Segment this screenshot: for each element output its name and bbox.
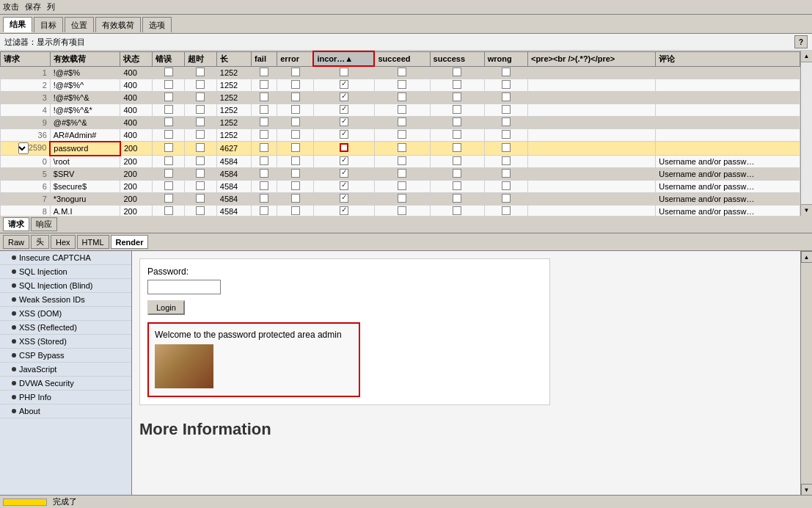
checkbox[interactable] xyxy=(291,117,300,126)
incor-checkbox[interactable] xyxy=(340,92,348,101)
checkbox[interactable] xyxy=(398,117,406,126)
incor-cell[interactable] xyxy=(313,79,374,92)
checkbox[interactable] xyxy=(502,143,511,152)
tab-position[interactable]: 位置 xyxy=(65,17,94,32)
incor-checkbox[interactable] xyxy=(340,156,348,165)
checkbox[interactable] xyxy=(196,206,205,215)
checkbox[interactable] xyxy=(502,169,511,178)
checkbox[interactable] xyxy=(164,105,173,114)
checkbox[interactable] xyxy=(291,80,300,89)
checkbox[interactable] xyxy=(453,68,461,76)
checkbox[interactable] xyxy=(398,92,406,101)
checkbox[interactable] xyxy=(502,117,511,126)
checkbox[interactable] xyxy=(260,80,268,89)
checkbox[interactable] xyxy=(260,194,268,203)
password-input[interactable] xyxy=(147,280,221,294)
incor-cell[interactable] xyxy=(313,129,374,142)
nav-item-xss-stored[interactable]: XSS (Stored) xyxy=(0,335,131,349)
checkbox[interactable] xyxy=(164,92,173,101)
checkbox[interactable] xyxy=(453,80,461,89)
checkbox[interactable] xyxy=(260,206,268,215)
col-pre[interactable]: <pre><br />(.*?)</pre> xyxy=(527,51,655,66)
incor-checkbox[interactable] xyxy=(340,130,348,139)
scroll-down-arrow[interactable]: ▼ xyxy=(801,204,812,216)
nav-item-weak-session[interactable]: Weak Session IDs xyxy=(0,293,131,307)
incor-checkbox[interactable] xyxy=(340,206,348,215)
checkbox[interactable] xyxy=(453,130,461,139)
checkbox[interactable] xyxy=(164,68,173,76)
help-button[interactable]: ? xyxy=(794,35,808,48)
checkbox[interactable] xyxy=(196,68,205,76)
incor-cell[interactable] xyxy=(313,92,374,104)
incor-cell[interactable] xyxy=(313,181,374,193)
incor-checkbox[interactable] xyxy=(340,194,348,203)
incor-cell[interactable] xyxy=(313,66,374,79)
checkbox[interactable] xyxy=(398,194,406,203)
checkbox[interactable] xyxy=(291,143,300,152)
tab-head[interactable]: 头 xyxy=(31,235,49,249)
col-status[interactable]: 状态 xyxy=(120,51,153,66)
checkbox[interactable] xyxy=(196,194,205,203)
checkbox[interactable] xyxy=(502,194,511,203)
scroll-up-arrow[interactable]: ▲ xyxy=(801,51,812,62)
checkbox[interactable] xyxy=(502,105,511,114)
checkbox[interactable] xyxy=(291,130,300,139)
checkbox[interactable] xyxy=(164,169,173,178)
checkbox[interactable] xyxy=(291,68,300,76)
checkbox[interactable] xyxy=(453,92,461,101)
checkbox[interactable] xyxy=(164,156,173,165)
checkbox[interactable] xyxy=(196,169,205,178)
checkbox[interactable] xyxy=(196,92,205,101)
scroll-down-right[interactable]: ▼ xyxy=(801,484,813,496)
tab-options[interactable]: 选项 xyxy=(142,17,172,32)
col-success[interactable]: success xyxy=(430,51,484,66)
nav-item-xss-reflected[interactable]: XSS (Reflected) xyxy=(0,321,131,335)
checkbox[interactable] xyxy=(291,156,300,165)
checkbox[interactable] xyxy=(260,130,268,139)
checkbox[interactable] xyxy=(398,143,406,152)
checkbox[interactable] xyxy=(291,92,300,101)
nav-item-sql-injection[interactable]: SQL Injection xyxy=(0,265,131,279)
checkbox[interactable] xyxy=(398,169,406,178)
checkbox[interactable] xyxy=(164,206,173,215)
col-fail[interactable]: fail xyxy=(252,51,277,66)
tab-render[interactable]: Render xyxy=(111,235,149,249)
checkbox[interactable] xyxy=(453,206,461,215)
incor-cell[interactable] xyxy=(313,117,374,129)
incor-checkbox[interactable] xyxy=(340,80,348,89)
checkbox[interactable] xyxy=(291,181,300,190)
checkbox[interactable] xyxy=(260,92,268,101)
tab-raw[interactable]: Raw xyxy=(3,235,29,249)
checkbox[interactable] xyxy=(502,130,511,139)
login-button[interactable]: Login xyxy=(147,300,185,315)
col-len[interactable]: 长 xyxy=(216,51,251,66)
checkbox[interactable] xyxy=(398,80,406,89)
checkbox[interactable] xyxy=(398,181,406,190)
nav-item-php-info[interactable]: PHP Info xyxy=(0,391,131,404)
incor-cell[interactable] xyxy=(313,193,374,206)
checkbox[interactable] xyxy=(502,68,511,76)
checkbox[interactable] xyxy=(453,169,461,178)
checkbox[interactable] xyxy=(398,105,406,114)
checkbox[interactable] xyxy=(453,143,461,152)
checkbox[interactable] xyxy=(502,92,511,101)
tab-html[interactable]: HTML xyxy=(77,235,109,249)
menu-column[interactable]: 列 xyxy=(47,1,55,12)
checkbox[interactable] xyxy=(196,143,205,152)
incor-checkbox[interactable] xyxy=(340,169,348,178)
checkbox[interactable] xyxy=(196,156,205,165)
table-vscroll[interactable]: ▲ ▼ xyxy=(800,51,812,216)
checkbox[interactable] xyxy=(502,181,511,190)
checkbox[interactable] xyxy=(164,130,173,139)
tab-response[interactable]: 响应 xyxy=(31,217,57,231)
nav-item-dvwa-security[interactable]: DVWA Security xyxy=(0,377,131,391)
incor-cell[interactable] xyxy=(313,206,374,217)
incor-checkbox[interactable] xyxy=(340,105,348,114)
checkbox[interactable] xyxy=(453,117,461,126)
checkbox[interactable] xyxy=(260,68,268,76)
checkbox[interactable] xyxy=(502,206,511,215)
incor-checkbox[interactable] xyxy=(340,181,348,190)
checkbox[interactable] xyxy=(196,80,205,89)
checkbox[interactable] xyxy=(453,105,461,114)
col-succeed[interactable]: succeed xyxy=(374,51,430,66)
